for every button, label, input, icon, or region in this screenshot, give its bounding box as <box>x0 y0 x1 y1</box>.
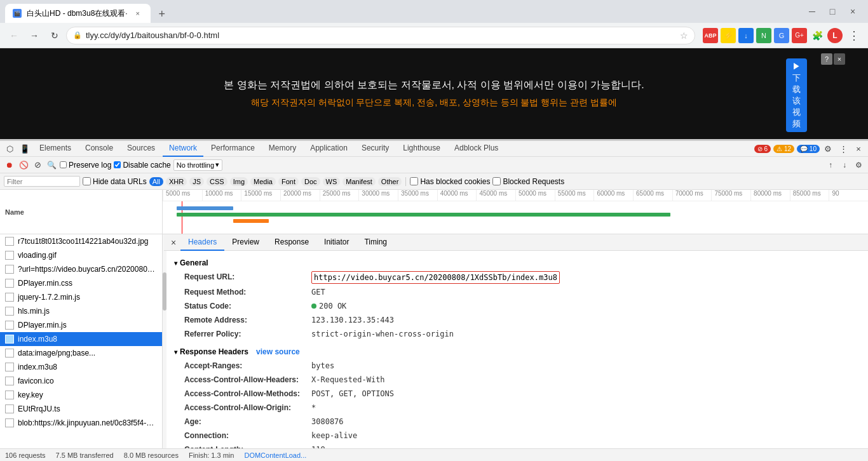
ext-icon-5[interactable]: G+ <box>792 28 807 43</box>
upload-btn[interactable]: ↑ <box>825 159 836 171</box>
blocked-requests-checkbox[interactable] <box>492 177 501 185</box>
preserve-log-checkbox[interactable] <box>60 161 67 168</box>
back-btn[interactable]: ← <box>5 27 23 44</box>
blocked-cookies-checkbox[interactable] <box>410 177 418 185</box>
view-source-link[interactable]: view source <box>256 347 300 356</box>
new-tab-button[interactable]: + <box>153 5 171 23</box>
error-badge[interactable]: ⊘ 6 <box>754 145 771 153</box>
status-dot <box>311 304 316 309</box>
response-headers-section-header[interactable]: Response Headers view source <box>174 345 858 359</box>
warn-badge[interactable]: ⚠ 12 <box>773 145 794 153</box>
tab-adblock[interactable]: Adblock Plus <box>448 140 505 157</box>
refresh-btn[interactable]: ↻ <box>46 27 64 44</box>
devtools-responsive-btn[interactable]: 📱 <box>18 142 32 156</box>
browser-menu-btn[interactable]: ⋮ <box>845 27 863 44</box>
filter-font[interactable]: Font <box>278 177 299 186</box>
detail-close-btn[interactable]: × <box>166 236 180 250</box>
tab-close-btn[interactable]: × <box>133 8 143 18</box>
filter-input[interactable] <box>4 176 80 187</box>
filter-other[interactable]: Other <box>378 177 402 186</box>
filter-css[interactable]: CSS <box>207 177 227 186</box>
ext-icon-2[interactable]: ↓ <box>738 28 754 43</box>
filter-all[interactable]: All <box>149 177 163 186</box>
dom-content-load[interactable]: DOMContentLoad... <box>244 451 306 459</box>
blocked-cookies-label[interactable]: Has blocked cookies <box>410 177 490 186</box>
file-item-2[interactable]: ?url=https://video.buycar5.cn/20200808/1… <box>0 262 162 276</box>
active-tab[interactable]: 🎬 白头山HD - dbm3u8在线观看· × <box>5 4 151 23</box>
minimize-btn[interactable]: ─ <box>804 4 820 19</box>
filter-js[interactable]: JS <box>189 177 204 186</box>
tab-sources[interactable]: Sources <box>121 140 161 157</box>
file-item-12[interactable]: EUtRrqJU.ts <box>0 402 162 416</box>
throttle-select[interactable]: No throttling ▾ <box>173 159 222 171</box>
close-window-btn[interactable]: × <box>845 4 860 19</box>
filter-xhr[interactable]: XHR <box>166 177 187 186</box>
disable-cache-label[interactable]: Disable cache <box>114 161 170 170</box>
file-item-1[interactable]: vloading.gif <box>0 248 162 262</box>
tab-console[interactable]: Console <box>79 140 119 157</box>
tab-security[interactable]: Security <box>355 140 395 157</box>
hide-data-urls-checkbox[interactable] <box>83 177 91 185</box>
file-item-11[interactable]: key.key <box>0 388 162 402</box>
bookmark-icon[interactable]: ☆ <box>680 30 688 41</box>
file-icon-6 <box>5 321 14 330</box>
ext-icon-1[interactable]: ⚡ <box>721 28 736 43</box>
maximize-btn[interactable]: □ <box>825 4 840 19</box>
general-section-header[interactable]: General <box>174 256 858 270</box>
throttle-arrow: ▾ <box>215 161 219 169</box>
clear-btn[interactable]: 🚫 <box>18 159 29 171</box>
detail-tab-timing[interactable]: Timing <box>356 234 395 251</box>
ext-puzzle-icon[interactable]: 🧩 <box>810 28 825 43</box>
download-help-btn[interactable]: ? <box>821 53 832 65</box>
download-video-btn[interactable]: ▶ 下载该 视频 <box>786 58 807 132</box>
tab-lighthouse[interactable]: Lighthouse <box>397 140 447 157</box>
forward-btn[interactable]: → <box>25 27 43 44</box>
search-btn[interactable]: 🔍 <box>46 159 57 171</box>
filter-ws[interactable]: WS <box>323 177 341 186</box>
detail-tab-headers[interactable]: Headers <box>180 234 224 251</box>
file-item-13[interactable]: blob:https://kk.jinpuyuan.net/0c83f5f4-b… <box>0 416 162 430</box>
request-url-value[interactable]: https://video.buycar5.cn/20200808/1XdSSb… <box>311 271 560 284</box>
detail-tab-preview[interactable]: Preview <box>224 234 267 251</box>
info-badge[interactable]: 💬 10 <box>797 145 820 153</box>
address-bar[interactable]: 🔒 tlyy.cc/dy/dy1/baitoushan/bf-0-0.html … <box>66 27 695 44</box>
tab-memory[interactable]: Memory <box>262 140 302 157</box>
devtools-more-btn[interactable]: ⋮ <box>836 142 850 156</box>
filter-img[interactable]: Img <box>230 177 248 186</box>
hide-data-urls-label[interactable]: Hide data URLs <box>83 177 147 186</box>
filter-doc[interactable]: Doc <box>301 177 320 186</box>
user-avatar[interactable]: L <box>827 28 843 43</box>
settings-right-btn[interactable]: ⚙ <box>853 159 864 171</box>
detail-tab-response[interactable]: Response <box>267 234 316 251</box>
file-item-7[interactable]: index.m3u8 <box>0 332 162 346</box>
disable-cache-checkbox[interactable] <box>114 161 121 168</box>
devtools-close-btn[interactable]: × <box>851 142 865 156</box>
detail-tab-initiator[interactable]: Initiator <box>316 234 356 251</box>
file-item-9[interactable]: index.m3u8 <box>0 360 162 374</box>
filter-media[interactable]: Media <box>250 177 276 186</box>
tab-application[interactable]: Application <box>304 140 354 157</box>
devtools-settings-btn[interactable]: ⚙ <box>821 142 835 156</box>
filter-manifest[interactable]: Manifest <box>342 177 376 186</box>
tab-network[interactable]: Network <box>163 140 203 157</box>
download-btn[interactable]: ↓ <box>839 159 850 171</box>
ext-icon-4[interactable]: G <box>774 28 789 43</box>
blocked-requests-label[interactable]: Blocked Requests <box>492 177 564 186</box>
preserve-log-label[interactable]: Preserve log <box>60 161 111 170</box>
devtools-inspect-btn[interactable]: ⬡ <box>3 142 17 156</box>
file-item-10[interactable]: favicon.ico <box>0 374 162 388</box>
timeline-name-header: Name <box>5 208 24 216</box>
file-item-6[interactable]: DPlayer.min.js <box>0 318 162 332</box>
download-close-btn[interactable]: × <box>834 53 845 65</box>
record-btn[interactable]: ⏺ <box>4 159 15 171</box>
ext-abp-icon[interactable]: ABP <box>703 28 718 43</box>
file-item-5[interactable]: hls.min.js <box>0 304 162 318</box>
file-item-3[interactable]: DPlayer.min.css <box>0 276 162 290</box>
file-item-4[interactable]: jquery-1.7.2.min.js <box>0 290 162 304</box>
filter-toggle-btn[interactable]: ⊘ <box>32 159 43 171</box>
tab-performance[interactable]: Performance <box>205 140 261 157</box>
file-item-0[interactable]: r7tcu1t8t01t3coo1t14221ab4ou32d.jpg <box>0 234 162 248</box>
ext-icon-3[interactable]: N <box>756 28 771 43</box>
file-item-8[interactable]: data:image/png;base... <box>0 346 162 360</box>
tab-elements[interactable]: Elements <box>33 140 78 157</box>
